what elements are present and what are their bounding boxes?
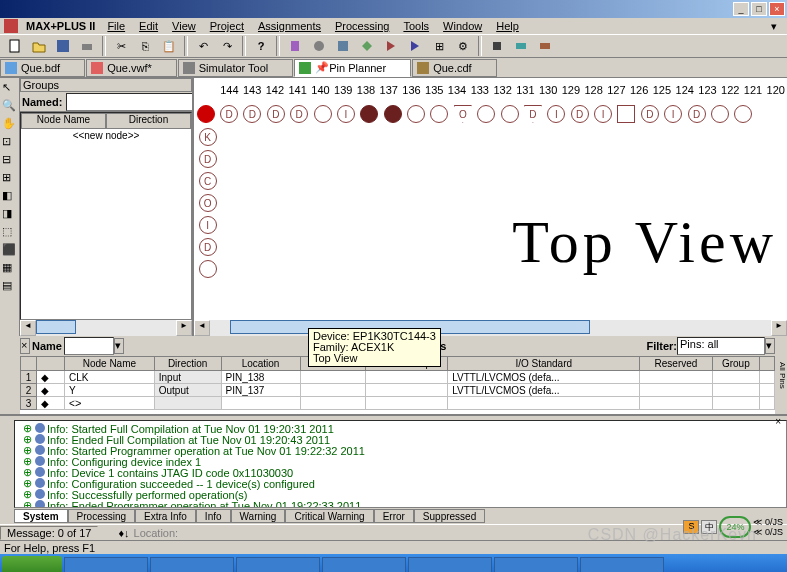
svg-rect-10 bbox=[5, 62, 17, 74]
tab-cdf[interactable]: Que.cdf bbox=[412, 59, 497, 77]
menu-help[interactable]: Help bbox=[490, 20, 525, 32]
message-list[interactable]: Info: Started Full Compilation at Tue No… bbox=[14, 420, 787, 508]
left-toolbar: ↖ 🔍 ✋ ⊡ ⊟ ⊞ ◧ ◨ ⬚ ⬛ ▦ ▤ bbox=[0, 78, 20, 336]
msg-tab-error[interactable]: Error bbox=[374, 509, 414, 523]
taskbar bbox=[0, 554, 787, 572]
msg-tab-system[interactable]: System bbox=[14, 509, 68, 523]
tool-7[interactable]: ◧ bbox=[1, 188, 17, 204]
taskbar-button[interactable] bbox=[494, 557, 578, 572]
pin-circles-left: KDCOID bbox=[196, 128, 219, 278]
assign-left-toolbar bbox=[0, 336, 20, 414]
tool-5[interactable]: ⊟ bbox=[1, 152, 17, 168]
menu-project[interactable]: Project bbox=[204, 20, 250, 32]
tab-bdf[interactable]: Que.bdf bbox=[0, 59, 85, 77]
taskbar-button[interactable] bbox=[64, 557, 148, 572]
dropdown-icon[interactable]: × bbox=[20, 338, 30, 354]
pointer-tool[interactable]: ↖ bbox=[1, 80, 17, 96]
close-button[interactable]: × bbox=[769, 2, 785, 16]
msg-tab-warning[interactable]: Warning bbox=[231, 509, 286, 523]
print-button[interactable] bbox=[76, 36, 98, 56]
tool-9[interactable]: ⬚ bbox=[1, 224, 17, 240]
messages-gutter bbox=[0, 416, 14, 524]
menu-file[interactable]: File bbox=[101, 20, 131, 32]
groups-panel: Groups× Named: Groups Node Name Directio… bbox=[20, 78, 192, 336]
assign-name-label: Name bbox=[30, 340, 64, 352]
name-input[interactable] bbox=[66, 93, 206, 111]
stop-button[interactable] bbox=[404, 36, 426, 56]
tab-simulator[interactable]: Simulator Tool bbox=[178, 59, 294, 77]
menu-edit[interactable]: Edit bbox=[133, 20, 164, 32]
groups-scrollbar[interactable]: ◄ ► bbox=[20, 320, 192, 336]
taskbar-button[interactable] bbox=[580, 557, 664, 572]
pin-view-scrollbar[interactable]: ◄► bbox=[194, 320, 787, 336]
svg-rect-12 bbox=[183, 62, 195, 74]
taskbar-button[interactable] bbox=[150, 557, 234, 572]
help-button[interactable]: ? bbox=[250, 36, 272, 56]
tool-4[interactable]: ⊡ bbox=[1, 134, 17, 150]
tool-12[interactable]: ▤ bbox=[1, 278, 17, 294]
tool-11[interactable]: ▦ bbox=[1, 260, 17, 276]
chip-button[interactable] bbox=[486, 36, 508, 56]
redo-button[interactable]: ↷ bbox=[216, 36, 238, 56]
col-direction[interactable]: Direction bbox=[106, 113, 191, 129]
scroll-left-icon[interactable]: ◄ bbox=[20, 320, 36, 336]
menu-view[interactable]: View bbox=[166, 20, 202, 32]
assign-name-input[interactable] bbox=[64, 337, 114, 355]
new-node-row[interactable]: <<new node>> bbox=[21, 129, 191, 143]
open-button[interactable] bbox=[28, 36, 50, 56]
tool-button-3[interactable]: ⊞ bbox=[428, 36, 450, 56]
pin-view[interactable]: 1441431421411401391381371361351341331321… bbox=[192, 78, 787, 336]
groups-header: Groups× bbox=[20, 78, 192, 92]
svg-rect-6 bbox=[338, 41, 348, 51]
app-icon bbox=[4, 19, 18, 33]
tool-button-1[interactable] bbox=[332, 36, 354, 56]
timing-button[interactable] bbox=[510, 36, 532, 56]
start-button[interactable] bbox=[2, 556, 62, 572]
taskbar-button[interactable] bbox=[408, 557, 492, 572]
timing-button-2[interactable] bbox=[534, 36, 556, 56]
msg-tab-suppressed[interactable]: Suppressed bbox=[414, 509, 485, 523]
taskbar-button[interactable] bbox=[236, 557, 320, 572]
copy-button[interactable]: ⎘ bbox=[134, 36, 156, 56]
filter-dropdown[interactable]: Pins: all bbox=[677, 337, 765, 355]
compile-button[interactable] bbox=[284, 36, 306, 56]
svg-rect-2 bbox=[57, 40, 69, 52]
svg-rect-11 bbox=[91, 62, 103, 74]
taskbar-button[interactable] bbox=[322, 557, 406, 572]
tab-pin-planner[interactable]: 📌 Pin Planner bbox=[294, 59, 411, 77]
maximize-button[interactable]: □ bbox=[751, 2, 767, 16]
save-button[interactable] bbox=[52, 36, 74, 56]
tool-6[interactable]: ⊞ bbox=[1, 170, 17, 186]
scroll-right-icon[interactable]: ► bbox=[176, 320, 192, 336]
svg-rect-13 bbox=[299, 62, 311, 74]
col-node-name[interactable]: Node Name bbox=[21, 113, 106, 129]
pin-numbers: 1441431421411401391381371361351341331321… bbox=[194, 78, 787, 102]
tool-8[interactable]: ◨ bbox=[1, 206, 17, 222]
cut-button[interactable]: ✂ bbox=[110, 36, 132, 56]
tool-button-4[interactable]: ⚙ bbox=[452, 36, 474, 56]
hand-tool[interactable]: ✋ bbox=[1, 116, 17, 132]
play-button[interactable] bbox=[380, 36, 402, 56]
watermark: CSDN @HackerKevn bbox=[588, 526, 757, 544]
msg-tab-processing[interactable]: Processing bbox=[68, 509, 135, 523]
new-button[interactable] bbox=[4, 36, 26, 56]
menu-window[interactable]: Window bbox=[437, 20, 488, 32]
menu-assignments[interactable]: Assignments bbox=[252, 20, 327, 32]
dropdown-icon[interactable]: ▾ bbox=[765, 20, 783, 33]
menu-tools[interactable]: Tools bbox=[397, 20, 435, 32]
tool-button-2[interactable] bbox=[356, 36, 378, 56]
tool-10[interactable]: ⬛ bbox=[1, 242, 17, 258]
tab-vwf[interactable]: Que.vwf* bbox=[86, 59, 177, 77]
pin-circles-top: DDDDIODIDIDID bbox=[194, 102, 787, 126]
dropdown-icon[interactable]: ▾ bbox=[765, 338, 775, 354]
undo-button[interactable]: ↶ bbox=[192, 36, 214, 56]
zoom-tool[interactable]: 🔍 bbox=[1, 98, 17, 114]
paste-button[interactable]: 📋 bbox=[158, 36, 180, 56]
msg-tab-critical-warning[interactable]: Critical Warning bbox=[285, 509, 373, 523]
settings-button[interactable] bbox=[308, 36, 330, 56]
dropdown-icon[interactable]: ▾ bbox=[114, 338, 124, 354]
menu-processing[interactable]: Processing bbox=[329, 20, 395, 32]
msg-tab-extra-info[interactable]: Extra Info bbox=[135, 509, 196, 523]
minimize-button[interactable]: _ bbox=[733, 2, 749, 16]
msg-tab-info[interactable]: Info bbox=[196, 509, 231, 523]
